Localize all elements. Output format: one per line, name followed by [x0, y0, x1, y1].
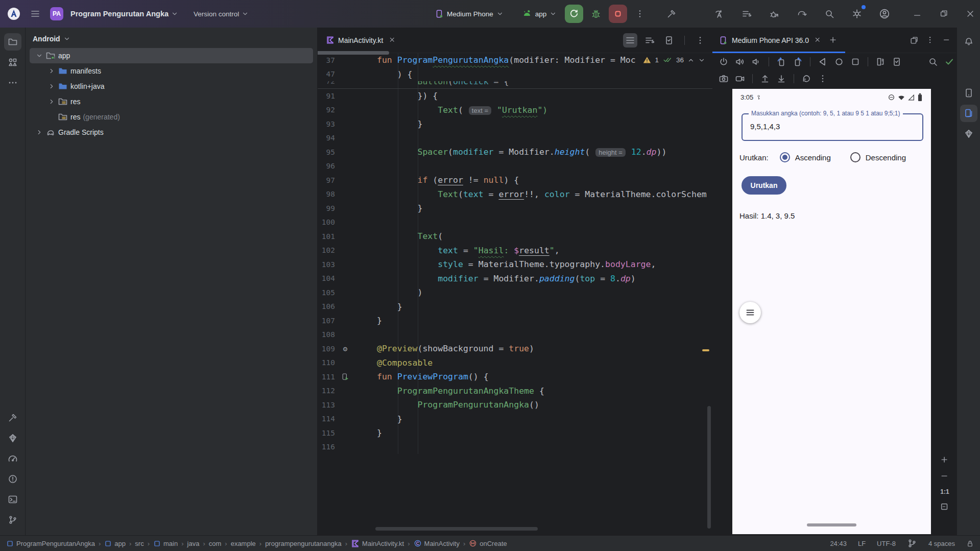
more-run-actions-button[interactable] [632, 6, 648, 21]
tree-item-manifests[interactable]: manifests [30, 63, 313, 79]
debug-button[interactable] [588, 6, 604, 21]
tree-item-app[interactable]: app [30, 48, 313, 63]
tree-item-res[interactable]: res(generated) [30, 109, 313, 125]
power-button[interactable] [716, 55, 731, 69]
open-in-window-button[interactable] [910, 36, 919, 45]
fold-button[interactable] [873, 55, 888, 69]
editor-options-button[interactable] [693, 33, 707, 47]
warning-stripe-mark[interactable] [702, 349, 709, 351]
profiler-tool-button[interactable] [4, 450, 21, 467]
editor-vertical-scrollbar[interactable] [707, 406, 711, 529]
expand-chevron[interactable] [46, 98, 57, 105]
ascending-radio[interactable] [780, 152, 790, 162]
status-misc-icon[interactable] [907, 538, 917, 548]
number-input-field[interactable]: Masukkan angka (contoh: 9, 5, 1 atau 9 5… [742, 113, 923, 141]
zoom-out-button[interactable] [940, 472, 949, 481]
restore-button[interactable] [799, 71, 814, 86]
gemini-tool-button[interactable] [960, 125, 977, 142]
notifications-tool-button[interactable] [960, 33, 977, 51]
line-separator[interactable]: LF [858, 540, 866, 547]
run-configuration-selector[interactable]: app [519, 7, 560, 21]
ascending-label[interactable]: Ascending [795, 153, 831, 162]
account-button[interactable] [877, 6, 892, 21]
camera-button[interactable] [716, 71, 731, 86]
terminal-tool-button[interactable] [4, 491, 21, 508]
snapshot-button[interactable] [890, 55, 904, 69]
rotate-right-button[interactable] [791, 55, 805, 69]
record-button[interactable] [733, 71, 747, 86]
expand-chevron[interactable] [34, 129, 45, 136]
upload-button[interactable] [758, 71, 772, 86]
vol-up-button[interactable] [733, 55, 747, 69]
file-encoding[interactable]: UTF-8 [877, 540, 896, 547]
caret-position[interactable]: 24:43 [830, 540, 847, 547]
options-kebab-button[interactable] [926, 36, 935, 45]
toolbar-run-a-button[interactable] [711, 6, 727, 21]
project-tool-button[interactable] [4, 33, 21, 51]
download-button[interactable] [774, 71, 788, 86]
design-view-button[interactable] [662, 33, 676, 47]
vcs-widget[interactable]: Version control [194, 10, 249, 18]
tab-mainactivity[interactable]: MainActivity.kt [318, 28, 401, 53]
indent-setting[interactable]: 4 spaces [928, 540, 955, 547]
build-tool-button[interactable] [4, 409, 21, 426]
main-menu-button[interactable] [28, 6, 43, 21]
more-tool-windows-button[interactable] [4, 74, 21, 91]
sort-button[interactable]: Urutkan [742, 176, 786, 195]
editor-horizontal-scrollbar[interactable] [375, 527, 538, 531]
emulator-tab[interactable]: Medium Phone API 36.0 [732, 36, 809, 44]
app-insights-tool-button[interactable] [4, 429, 21, 447]
search-everywhere-button[interactable] [822, 6, 837, 21]
device-manager-tool-button[interactable] [960, 84, 977, 102]
close-emulator-tab-icon[interactable] [814, 36, 822, 44]
window-minimize-button[interactable] [913, 9, 922, 18]
zoom-in-button[interactable] [940, 456, 949, 465]
readonly-lock-icon[interactable] [966, 540, 974, 547]
expand-chevron[interactable] [34, 52, 45, 59]
breadcrumb-item[interactable]: MainActivity.kt [351, 539, 404, 548]
home-button[interactable] [832, 55, 846, 69]
breadcrumb-item[interactable]: ProgramPengurutanAngka [6, 540, 95, 547]
run-preview-icon[interactable] [340, 373, 350, 381]
gesture-bar[interactable] [807, 523, 856, 526]
emulator-overlay-menu-button[interactable] [739, 302, 761, 323]
breadcrumb-item[interactable]: onCreate [469, 539, 507, 547]
attach-debugger-button[interactable] [767, 6, 782, 21]
prev-problem-button[interactable] [687, 57, 695, 64]
close-tab-icon[interactable] [389, 36, 396, 44]
expand-chevron[interactable] [46, 83, 57, 90]
problems-tool-button[interactable] [4, 470, 21, 488]
tree-item-gradle-scripts[interactable]: Gradle Scripts [30, 125, 313, 140]
breadcrumb-item[interactable]: app [104, 540, 126, 547]
stop-button[interactable] [609, 5, 627, 23]
tree-item-kotlin-java[interactable]: kotlin+java [30, 79, 313, 94]
kebab-button[interactable] [816, 71, 830, 86]
project-selector[interactable]: Program Pengurutan Angka [70, 10, 178, 18]
code-view-button[interactable] [623, 33, 637, 47]
running-devices-tool-button[interactable] [960, 105, 977, 122]
new-tab-icon[interactable] [829, 36, 838, 45]
expand-chevron[interactable] [46, 67, 57, 75]
breadcrumb-item[interactable]: MainActivity [414, 539, 460, 547]
apply-check-button[interactable] [942, 55, 957, 69]
back-button[interactable] [816, 55, 830, 69]
descending-radio[interactable] [850, 152, 861, 162]
build-button[interactable] [664, 6, 679, 21]
project-view-selector[interactable]: Android [26, 28, 317, 48]
device-selector[interactable]: Medium Phone [432, 7, 507, 20]
breadcrumb-item[interactable]: main [153, 540, 178, 547]
split-view-button[interactable] [642, 33, 657, 47]
breadcrumb-item[interactable]: example [231, 540, 256, 547]
breadcrumb-item[interactable]: com [209, 540, 222, 547]
zoom-ratio[interactable]: 1:1 [940, 488, 949, 495]
breadcrumb-item[interactable]: src [135, 540, 144, 547]
rerun-button[interactable] [565, 5, 583, 23]
inspection-widget[interactable]: 136 [639, 53, 705, 67]
breadcrumb-item[interactable]: java [187, 540, 200, 547]
editor[interactable]: MainActivity.kt 37fun ProgramPengurutanA… [318, 28, 712, 535]
window-close-button[interactable] [966, 9, 975, 18]
tree-item-res[interactable]: res [30, 94, 313, 109]
recents-button[interactable] [848, 55, 863, 69]
window-maximize-button[interactable] [939, 9, 948, 18]
rotate-left-button[interactable] [774, 55, 788, 69]
